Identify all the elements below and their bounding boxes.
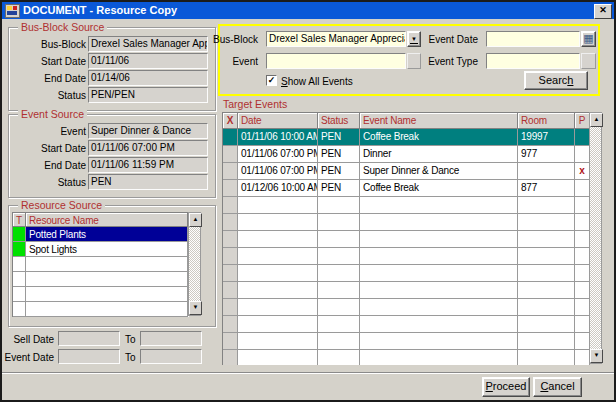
target-event-row[interactable] <box>223 282 590 299</box>
target-events-table: X Date Status Event Name Room P 01/11/06… <box>222 112 590 365</box>
close-icon: ✕ <box>599 5 607 15</box>
status-cell: PEN <box>318 163 360 180</box>
empty-cell <box>238 265 318 282</box>
search-button[interactable]: Search <box>524 71 588 90</box>
resource-row[interactable]: Spot Lights <box>13 242 189 257</box>
empty-cell <box>238 333 318 350</box>
event-date-to-field[interactable] <box>140 349 202 364</box>
empty-cell <box>318 248 360 265</box>
scroll-down-icon[interactable]: ▼ <box>590 349 603 363</box>
empty-cell <box>360 316 518 333</box>
empty-cell <box>238 197 318 214</box>
event-type-lov-button[interactable] <box>581 53 596 69</box>
sell-date-to-field[interactable] <box>140 331 202 346</box>
scroll-up-icon[interactable]: ▲ <box>189 213 202 227</box>
col-header-resource-name: Resource Name <box>26 213 188 227</box>
proceed-button[interactable]: Proceed <box>482 377 530 397</box>
source-bus-block-field: Drexel Sales Manager Appr <box>88 36 208 52</box>
empty-cell <box>26 257 188 272</box>
target-event-row[interactable] <box>223 299 590 316</box>
scroll-down-icon[interactable]: ▼ <box>189 301 202 315</box>
search-event-type-field[interactable] <box>486 53 580 69</box>
date-cell: 01/11/06 07:00 PM <box>238 146 318 163</box>
empty-cell <box>518 248 575 265</box>
show-all-events-checkbox[interactable]: ✓ <box>266 75 277 86</box>
search-event-date-field[interactable] <box>486 31 580 47</box>
status-cell: PEN <box>318 146 360 163</box>
empty-cell <box>318 231 360 248</box>
target-event-row[interactable] <box>223 350 590 365</box>
resource-row[interactable]: Potted Plants <box>13 227 189 242</box>
row-select-cell <box>223 163 238 180</box>
empty-cell <box>360 265 518 282</box>
room-cell: 877 <box>518 180 575 197</box>
target-event-row[interactable]: 01/11/06 10:00 AM PEN Coffee Break 19997 <box>223 129 590 146</box>
target-event-row[interactable] <box>223 265 590 282</box>
event-source-event-label: Event <box>4 126 86 137</box>
event-date-label: Event Date <box>4 352 54 363</box>
resource-scrollbar[interactable]: ▲ ▼ <box>188 212 201 316</box>
empty-cell <box>13 302 26 317</box>
empty-cell <box>223 248 238 265</box>
empty-cell <box>518 197 575 214</box>
event-source-status-label: Status <box>4 177 86 188</box>
empty-cell <box>518 350 575 365</box>
p-cell <box>575 180 590 197</box>
target-table-header: X Date Status Event Name Room P <box>223 113 590 129</box>
empty-cell <box>360 248 518 265</box>
empty-cell <box>223 231 238 248</box>
close-button[interactable]: ✕ <box>594 4 612 19</box>
room-cell: 19997 <box>518 129 575 146</box>
resource-row[interactable] <box>13 257 189 272</box>
target-event-row[interactable] <box>223 197 590 214</box>
search-event-date-label: Event Date <box>418 34 478 45</box>
search-bus-block-combo[interactable]: Drexel Sales Manager Appreciati <box>266 31 406 47</box>
resource-row[interactable] <box>13 302 189 317</box>
target-events-scrollbar[interactable]: ▲ ▼ <box>589 112 602 364</box>
window-title: DOCUMENT - Resource Copy <box>23 4 177 16</box>
target-event-row[interactable]: 01/12/06 10:00 AM PEN Coffee Break 877 <box>223 180 590 197</box>
empty-cell <box>518 299 575 316</box>
col-header-room: Room <box>518 113 575 129</box>
target-event-row[interactable] <box>223 214 590 231</box>
row-select-cell <box>223 129 238 146</box>
event-source-end-date-label: End Date <box>4 160 86 171</box>
empty-cell <box>575 333 590 350</box>
target-event-row[interactable] <box>223 248 590 265</box>
target-event-row[interactable] <box>223 231 590 248</box>
empty-cell <box>223 197 238 214</box>
event-date-calendar-button[interactable]: ▦ <box>581 31 596 47</box>
resource-table: T Resource Name Potted Plants Spot Light… <box>12 212 189 317</box>
resource-name-cell: Potted Plants <box>26 227 188 242</box>
empty-cell <box>575 265 590 282</box>
sell-date-to-label: To <box>125 334 139 345</box>
empty-cell <box>223 282 238 299</box>
empty-cell <box>318 333 360 350</box>
empty-cell <box>360 299 518 316</box>
resource-row[interactable] <box>13 272 189 287</box>
empty-cell <box>360 197 518 214</box>
search-event-field[interactable] <box>266 53 406 69</box>
empty-cell <box>518 333 575 350</box>
search-event-type-label: Event Type <box>418 56 478 67</box>
target-event-row[interactable] <box>223 333 590 350</box>
resource-row[interactable] <box>13 287 189 302</box>
sell-date-from-field[interactable] <box>58 331 120 346</box>
room-cell <box>518 163 575 180</box>
cancel-button[interactable]: Cancel <box>533 377 582 397</box>
empty-cell <box>26 302 188 317</box>
target-events-title: Target Events <box>220 98 290 110</box>
target-event-row[interactable]: 01/11/06 07:00 PM PEN Dinner 977 <box>223 146 590 163</box>
resource-copy-window: DOCUMENT - Resource Copy ✕ Bus-Block Sou… <box>0 0 616 402</box>
p-cell <box>575 129 590 146</box>
col-header-p: P <box>575 113 590 129</box>
scroll-up-icon[interactable]: ▲ <box>590 113 603 127</box>
empty-cell <box>223 299 238 316</box>
target-event-row[interactable]: 01/11/06 07:00 PM PEN Super Dinner & Dan… <box>223 163 590 180</box>
dropdown-icon: ▼ <box>410 35 418 44</box>
titlebar[interactable]: DOCUMENT - Resource Copy ✕ <box>2 2 614 19</box>
event-date-from-field[interactable] <box>58 349 120 364</box>
empty-cell <box>575 350 590 365</box>
col-header-t: T <box>13 213 26 227</box>
target-event-row[interactable] <box>223 316 590 333</box>
